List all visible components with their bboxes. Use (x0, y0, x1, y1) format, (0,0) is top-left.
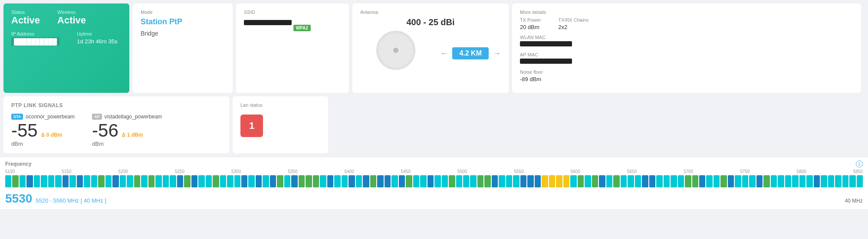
freq-bar-32 (234, 175, 240, 187)
freq-bar-40 (291, 175, 297, 187)
freq-bar-54 (391, 175, 398, 187)
antenna-panel: Antenna 400 - 25 dBi ← 4.2 KM → (352, 3, 509, 93)
freq-bar-52 (377, 175, 383, 187)
frequency-section: Frequency i 51005150520052505300 5350540… (0, 157, 868, 209)
freq-bar-116 (835, 175, 841, 187)
freq-bar-105 (756, 175, 763, 187)
ip-value: ██████████ (11, 37, 59, 46)
noise-floor-label: Noise floor (520, 69, 543, 75)
freq-bar-119 (857, 175, 863, 187)
freq-bar-95 (685, 175, 691, 187)
freq-bar-77 (556, 175, 562, 187)
freq-bar-34 (248, 175, 254, 187)
freq-bar-60 (434, 175, 441, 187)
freq-bar-93 (671, 175, 677, 187)
role-badge-ap: AP (92, 114, 102, 120)
freq-bar-27 (198, 175, 204, 187)
freq-bar-3 (26, 175, 33, 187)
signal-delta-1: Δ 1 dBm (122, 132, 143, 138)
freq-bandwidth: 40 MHz (845, 198, 863, 204)
top-panels: Status Active Wireless Active IP Address… (0, 0, 868, 96)
freq-bar-112 (806, 175, 812, 187)
mode-title: Station PtP (141, 17, 225, 26)
freq-bar-29 (213, 175, 219, 187)
freq-bar-17 (127, 175, 133, 187)
freq-bar-75 (542, 175, 548, 187)
main-wrapper: Status Active Wireless Active IP Address… (0, 0, 868, 239)
signal-unit-0: dBm (11, 141, 75, 147)
freq-bar-16 (120, 175, 126, 187)
freq-bars (5, 175, 863, 187)
freq-bar-56 (406, 175, 412, 187)
freq-footer: 5530 5520 - 5560 MHz [ 40 MHz ] 40 MHz (5, 190, 863, 209)
status-label: Status (11, 10, 40, 15)
freq-bar-63 (456, 175, 462, 187)
freq-bar-99 (713, 175, 720, 187)
freq-bar-79 (570, 175, 576, 187)
freq-bar-74 (535, 175, 541, 187)
freq-bar-68 (492, 175, 498, 187)
freq-bar-89 (642, 175, 648, 187)
ssid-panel: SSID WPA2 (236, 3, 349, 93)
role-badge-sta: STA (11, 114, 23, 120)
freq-bar-85 (613, 175, 619, 187)
wpa2-badge: WPA2 (293, 25, 311, 31)
freq-bar-53 (385, 175, 391, 187)
freq-bar-107 (771, 175, 777, 187)
tx-rx-chains-value: 2x2 (558, 24, 589, 30)
freq-bar-5 (41, 175, 47, 187)
freq-bar-87 (628, 175, 634, 187)
freq-bar-8 (62, 175, 69, 187)
freq-bar-19 (141, 175, 147, 187)
freq-bar-51 (370, 175, 376, 187)
freq-bar-15 (112, 175, 118, 187)
freq-bar-49 (356, 175, 362, 187)
freq-bar-31 (227, 175, 233, 187)
freq-bar-118 (849, 175, 855, 187)
freq-bar-57 (413, 175, 419, 187)
lan-port: 1 (240, 115, 263, 137)
freq-bar-91 (656, 175, 662, 187)
ip-group: IP Address ██████████ (11, 31, 59, 46)
freq-bar-80 (578, 175, 584, 187)
freq-bar-84 (606, 175, 612, 187)
signal-delta-0: Δ 0 dBm (41, 132, 62, 138)
freq-bar-24 (177, 175, 183, 187)
status-group: Status Active (11, 10, 40, 26)
freq-bar-30 (220, 175, 226, 187)
ptp-devices: STA oconnor_powerbeam -55 Δ 0 dBm dBm AP… (11, 114, 221, 147)
freq-range: 5520 - 5560 MHz [ 40 MHz ] (36, 197, 106, 204)
freq-bar-92 (664, 175, 670, 187)
ptp-device-0: STA oconnor_powerbeam -55 Δ 0 dBm dBm (11, 114, 75, 147)
freq-bar-11 (84, 175, 90, 187)
freq-bar-23 (170, 175, 176, 187)
wireless-group: Wireless Active (57, 10, 86, 26)
freq-bar-76 (549, 175, 555, 187)
freq-bar-38 (277, 175, 283, 187)
freq-bar-39 (284, 175, 290, 187)
freq-bar-36 (263, 175, 269, 187)
freq-bar-46 (334, 175, 340, 187)
freq-bar-96 (692, 175, 698, 187)
freq-bar-70 (506, 175, 512, 187)
mode-sub: Bridge (141, 30, 225, 37)
lan-title: Lan status (240, 102, 320, 108)
freq-bar-71 (513, 175, 519, 187)
freq-bar-102 (735, 175, 741, 187)
info-icon[interactable]: i (856, 160, 863, 167)
ptp-title: PTP Link Signals (11, 102, 221, 108)
freq-main-value: 5530 (5, 192, 32, 206)
freq-bar-88 (635, 175, 641, 187)
freq-bar-0 (5, 175, 11, 187)
freq-bar-43 (313, 175, 319, 187)
ap-mac-field: AP MAC (520, 52, 572, 65)
freq-title: Frequency (5, 161, 32, 167)
device-name-0: oconnor_powerbeam (26, 114, 75, 120)
signal-unit-1: dBm (92, 141, 162, 147)
freq-bar-55 (399, 175, 405, 187)
status-value: Active (11, 15, 40, 26)
freq-bar-48 (349, 175, 355, 187)
freq-bar-22 (163, 175, 169, 187)
freq-bar-106 (763, 175, 769, 187)
freq-bar-6 (48, 175, 54, 187)
